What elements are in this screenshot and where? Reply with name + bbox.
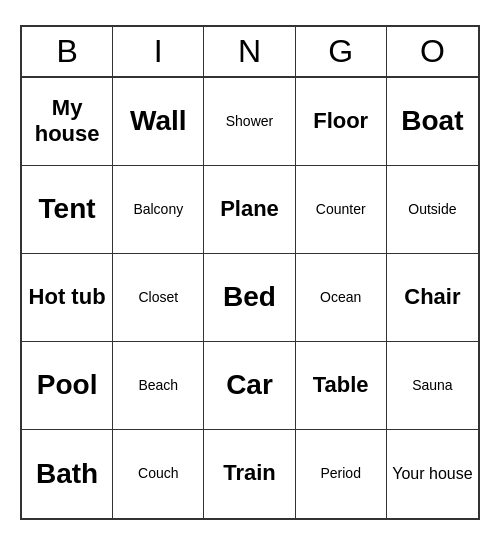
bingo-cell: Beach [113, 342, 204, 430]
bingo-cell: Boat [387, 78, 478, 166]
bingo-grid: My houseWallShowerFloorBoatTentBalconyPl… [22, 78, 478, 518]
cell-text: Bed [223, 280, 276, 314]
cell-text: Wall [130, 104, 187, 138]
bingo-cell: Plane [204, 166, 295, 254]
header-letter: G [296, 27, 387, 76]
bingo-cell: Counter [296, 166, 387, 254]
cell-text: Train [223, 460, 276, 486]
bingo-cell: Pool [22, 342, 113, 430]
cell-text: Ocean [320, 289, 361, 306]
bingo-cell: Tent [22, 166, 113, 254]
bingo-cell: Train [204, 430, 295, 518]
bingo-cell: Hot tub [22, 254, 113, 342]
bingo-cell: Closet [113, 254, 204, 342]
cell-text: Your house [392, 464, 472, 483]
header-letter: I [113, 27, 204, 76]
bingo-cell: Your house [387, 430, 478, 518]
bingo-cell: My house [22, 78, 113, 166]
bingo-card: BINGO My houseWallShowerFloorBoatTentBal… [20, 25, 480, 520]
cell-text: Couch [138, 465, 178, 482]
bingo-cell: Ocean [296, 254, 387, 342]
cell-text: Balcony [133, 201, 183, 218]
bingo-cell: Chair [387, 254, 478, 342]
cell-text: Outside [408, 201, 456, 218]
header-letter: B [22, 27, 113, 76]
bingo-cell: Period [296, 430, 387, 518]
cell-text: My house [26, 95, 108, 148]
bingo-cell: Floor [296, 78, 387, 166]
bingo-cell: Table [296, 342, 387, 430]
cell-text: Closet [138, 289, 178, 306]
bingo-cell: Couch [113, 430, 204, 518]
cell-text: Floor [313, 108, 368, 134]
cell-text: Chair [404, 284, 460, 310]
cell-text: Period [320, 465, 360, 482]
cell-text: Car [226, 368, 273, 402]
cell-text: Hot tub [29, 284, 106, 310]
cell-text: Plane [220, 196, 279, 222]
bingo-cell: Sauna [387, 342, 478, 430]
cell-text: Shower [226, 113, 273, 130]
cell-text: Pool [37, 368, 98, 402]
header-letter: N [204, 27, 295, 76]
bingo-header: BINGO [22, 27, 478, 78]
bingo-cell: Balcony [113, 166, 204, 254]
bingo-cell: Bed [204, 254, 295, 342]
bingo-cell: Shower [204, 78, 295, 166]
bingo-cell: Bath [22, 430, 113, 518]
bingo-cell: Outside [387, 166, 478, 254]
bingo-cell: Wall [113, 78, 204, 166]
cell-text: Bath [36, 457, 98, 491]
cell-text: Sauna [412, 377, 452, 394]
bingo-cell: Car [204, 342, 295, 430]
header-letter: O [387, 27, 478, 76]
cell-text: Boat [401, 104, 463, 138]
cell-text: Tent [39, 192, 96, 226]
cell-text: Counter [316, 201, 366, 218]
cell-text: Beach [138, 377, 178, 394]
cell-text: Table [313, 372, 369, 398]
